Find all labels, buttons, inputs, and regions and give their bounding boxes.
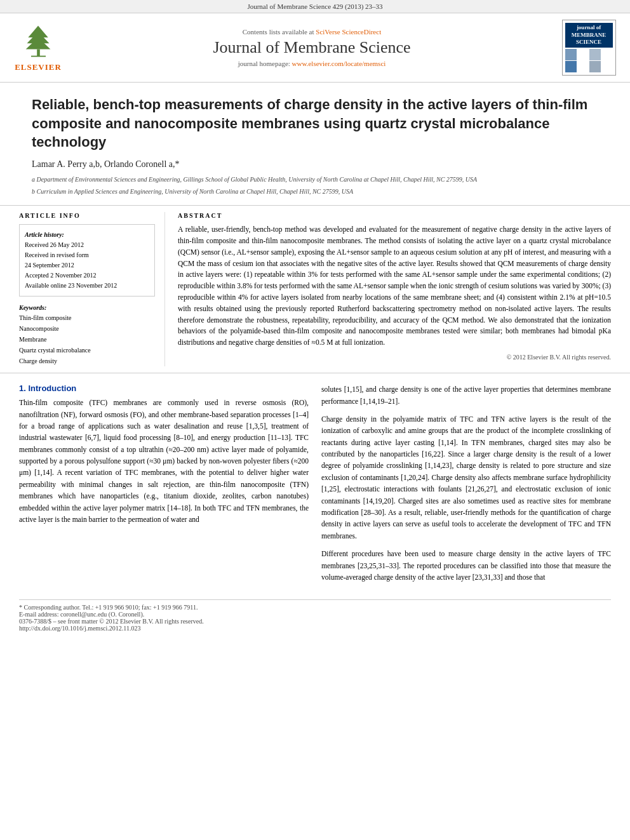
article-info-heading: ARTICLE INFO [19,212,155,219]
logo-line2: MEMBRANE [568,32,610,39]
homepage-link[interactable]: www.elsevier.com/locate/memsci [292,60,386,67]
logo-cell-1 [565,49,577,60]
keywords-list: Thin-film composite Nanocomposite Membra… [19,312,155,366]
keyword-1: Thin-film composite [19,312,155,323]
sciverse-line: Contents lists available at SciVerse Sci… [243,28,381,36]
journal-logo-area: journal of MEMBRANE SCIENCE [560,20,617,76]
body-section: 1. Introduction Thin-film composite (TFC… [0,373,630,593]
footnote-corresponding: * Corresponding author. Tel.: +1 919 966… [19,604,611,611]
copyright-line: © 2012 Elsevier B.V. All rights reserved… [178,354,611,361]
footnote-email: E-mail address: coronell@unc.edu (O. Cor… [19,611,611,618]
sciverse-link[interactable]: SciVerse ScienceDirect [316,28,381,36]
logo-line3: SCIENCE [568,39,610,46]
journal-title-heading: Journal of Membrane Science [213,38,410,57]
history-label: Article history: [25,230,149,240]
publisher-logo-area: ELSEVIER [13,20,64,76]
elsevier-logo: ELSEVIER [15,23,62,72]
logo-title: journal of MEMBRANE SCIENCE [565,23,613,48]
keyword-4: Quartz crystal microbalance [19,345,155,356]
footnote-doi: http://dx.doi.org/10.1016/j.memsci.2012.… [19,625,611,632]
logo-cell-3 [565,61,577,72]
homepage-line: journal homepage: www.elsevier.com/locat… [238,60,386,67]
footnote-section: * Corresponding author. Tel.: +1 919 966… [19,599,611,632]
abstract-heading: ABSTRACT [178,212,611,219]
intro-paragraph-1-continued: solutes [1,15], and charge density is on… [321,383,611,407]
received-revised-label: Received in revised form [25,250,149,260]
journal-citation-bar: Journal of Membrane Science 429 (2013) 2… [0,0,630,13]
received-revised-date: 24 September 2012 [25,260,149,270]
elsevier-tree-icon [21,23,56,61]
body-right-col: solutes [1,15], and charge density is on… [321,383,611,583]
abstract-text: A reliable, user-friendly, bench-top met… [178,224,611,349]
available-date: Available online 23 November 2012 [25,281,149,291]
logo-line1: journal of [568,24,610,32]
footnote-issn: 0376-7388/$ – see front matter © 2012 El… [19,618,611,625]
keywords-box: Keywords: Thin-film composite Nanocompos… [19,304,155,366]
article-header: Reliable, bench-top measurements of char… [0,83,630,206]
svg-rect-0 [37,50,40,57]
journal-logo-box: journal of MEMBRANE SCIENCE [562,20,616,76]
homepage-prefix: journal homepage: [238,60,292,67]
affiliation-b: b Curriculum in Applied Sciences and Eng… [32,187,598,196]
abstract-column: ABSTRACT A reliable, user-friendly, benc… [178,212,611,366]
article-info-column: ARTICLE INFO Article history: Received 2… [19,212,165,366]
journal-header-center: Contents lists available at SciVerse Sci… [70,20,554,76]
elsevier-label: ELSEVIER [15,62,62,72]
affiliation-a: a Department of Environmental Sciences a… [32,175,598,184]
intro-paragraph-2: Charge density in the polyamide matrix o… [321,413,611,542]
authors-line: Lamar A. Perry a,b, Orlando Coronell a,* [32,159,598,170]
keyword-5: Charge density [19,356,155,366]
keyword-3: Membrane [19,334,155,345]
contents-prefix: Contents lists available at [243,28,316,36]
article-history-box: Article history: Received 26 May 2012 Re… [19,224,155,297]
journal-header: ELSEVIER Contents lists available at Sci… [0,13,630,83]
logo-cell-2 [589,49,601,60]
keywords-label: Keywords: [19,304,155,311]
intro-paragraph-1: Thin-film composite (TFC) membranes are … [19,397,309,525]
journal-citation: Journal of Membrane Science 429 (2013) 2… [247,3,382,10]
intro-section-title: 1. Introduction [19,383,309,393]
authors-text: Lamar A. Perry a,b, Orlando Coronell a,* [32,159,180,169]
article-info-abstract-section: ARTICLE INFO Article history: Received 2… [0,206,630,373]
keyword-2: Nanocomposite [19,323,155,334]
accepted-date: Accepted 2 November 2012 [25,270,149,281]
logo-grid [565,49,613,72]
body-left-col: 1. Introduction Thin-film composite (TFC… [19,383,309,583]
received-date: Received 26 May 2012 [25,240,149,250]
logo-cell-4 [589,61,601,72]
article-title: Reliable, bench-top measurements of char… [32,95,598,152]
intro-paragraph-3: Different procedures have been used to m… [321,548,611,583]
